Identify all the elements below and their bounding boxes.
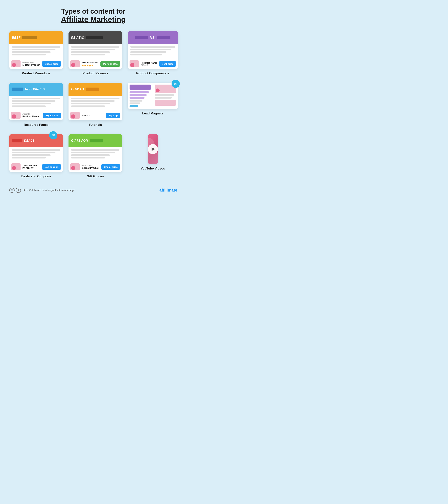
email-bubble-deals: ✉ <box>49 131 57 140</box>
product-row-roundups: (Editor's Pick) 1. Best Product Check pr… <box>9 59 63 69</box>
product-info-deals: 10% OFF THE PRODUCT <box>22 164 40 169</box>
banner-text-tutorials: HOW TO <box>71 88 84 91</box>
card-product-comparisons: VS. Product Name (Winner) Best price <box>128 31 178 69</box>
product-thumb-deals <box>11 163 20 170</box>
card-youtube-videos <box>148 134 158 164</box>
title-line1: Types of content for <box>9 7 177 15</box>
lead-right-line <box>155 97 172 99</box>
card-body-gifts <box>69 147 122 162</box>
content-line <box>71 51 110 53</box>
product-name-roundups: 1. Best Product <box>22 63 40 66</box>
banner-text-roundups: BEST <box>12 36 20 39</box>
card-wrapper-youtube-videos: YouTube Videos <box>128 134 178 178</box>
content-line <box>12 54 46 55</box>
card-label-resources: Resource Pages <box>24 123 48 127</box>
card-wrapper-gift-guides: GIFTS FOR (Editor's Pick) 1. Best Produc… <box>69 134 122 178</box>
card-label-tutorials: Tutorials <box>89 123 102 127</box>
lead-right-thumb2 <box>155 100 176 106</box>
card-resource-pages: RESOURCES (Favorite) Product Name Try fo… <box>9 83 63 120</box>
lead-line <box>129 94 146 96</box>
content-line <box>12 100 55 102</box>
lead-purple-header <box>129 85 151 90</box>
footer-brand: affilimate <box>159 188 177 193</box>
card-tutorials: HOW TO Tool #1 Sign up <box>69 83 122 120</box>
product-name-reviews: Product Name <box>82 61 99 64</box>
content-line <box>12 98 60 99</box>
card-body-roundups <box>9 44 63 59</box>
card-deals-coupons: DEALS 10% OFF THE PRODUCT <box>9 134 63 172</box>
banner-text-deals: DEALS <box>24 139 35 143</box>
content-line <box>12 149 60 151</box>
product-name-deals: 10% OFF THE PRODUCT <box>22 164 40 169</box>
use-coupon-button[interactable]: Use coupon <box>42 164 61 170</box>
content-line <box>12 46 60 48</box>
banner-block-gifts <box>90 139 103 143</box>
product-name-gifts: 1. Best Product <box>82 166 99 169</box>
thumb-circle <box>12 114 16 119</box>
content-line <box>71 100 115 102</box>
card-body-deals <box>9 147 63 162</box>
card-gift-guides: GIFTS FOR (Editor's Pick) 1. Best Produc… <box>69 134 122 172</box>
lead-line <box>129 100 142 102</box>
footer: © ℹ https://affilimate.com/blog/affiliat… <box>9 188 177 193</box>
banner-block-roundups <box>22 36 37 39</box>
thumb-circle <box>71 63 75 67</box>
product-meta-roundups: (Editor's Pick) <box>22 61 40 63</box>
card-body-resources <box>9 96 63 110</box>
lead-right-line <box>155 94 174 96</box>
banner-text-resources: RESOURCES <box>25 88 45 91</box>
product-row-deals: 10% OFF THE PRODUCT Use coupon <box>9 162 63 172</box>
card-label-youtube-videos: YouTube Videos <box>141 167 165 170</box>
card-body-reviews <box>69 44 122 59</box>
content-line <box>130 54 162 55</box>
try-free-button[interactable]: Try for free <box>43 113 61 118</box>
content-line <box>71 46 120 48</box>
stars-reviews: ★★★★★ <box>82 64 99 67</box>
banner-block-reviews <box>86 36 103 39</box>
deals-inner: DEALS 10% OFF THE PRODUCT <box>9 134 63 172</box>
card-body-tutorials <box>69 96 122 110</box>
sign-up-button[interactable]: Sign up <box>106 113 120 118</box>
content-line <box>71 49 115 50</box>
best-price-button[interactable]: Best price <box>159 61 176 67</box>
banner-text-reviews: REVIEW: <box>71 36 84 39</box>
banner-gifts: GIFTS FOR <box>69 134 122 147</box>
product-info-comparisons: Product Name (Winner) <box>141 61 157 66</box>
lead-left-panel <box>128 83 153 109</box>
card-label-gift-guides: Gift Guides <box>87 175 104 178</box>
content-line <box>71 157 105 159</box>
footer-icons: © ℹ <box>9 188 21 193</box>
content-line <box>12 103 51 104</box>
content-line <box>12 152 55 153</box>
banner-block-tutorials <box>86 88 99 91</box>
footer-url: https://affilimate.com/blog/affiliate-ma… <box>23 189 74 192</box>
product-info-tutorials: Tool #1 <box>82 114 104 117</box>
content-line <box>12 51 51 53</box>
card-product-reviews: REVIEW: Product Name ★★★★★ More photos <box>69 31 122 69</box>
check-price-button-gifts[interactable]: Check price <box>101 164 120 170</box>
info-icon: ℹ <box>16 188 21 193</box>
content-line <box>71 54 105 55</box>
card-label-reviews: Product Reviews <box>83 72 108 75</box>
content-line <box>71 106 105 107</box>
content-line <box>12 154 51 156</box>
product-row-comparisons: Product Name (Winner) Best price <box>128 59 178 69</box>
more-photos-button[interactable]: More photos <box>100 61 120 67</box>
banner-block-resources <box>12 88 23 91</box>
card-body-comparisons <box>128 44 178 59</box>
play-button[interactable] <box>148 144 158 154</box>
banner-block-deals <box>12 139 22 143</box>
card-lead-magnets <box>128 83 178 109</box>
card-wrapper-product-comparisons: VS. Product Name (Winner) Best price <box>128 31 178 75</box>
content-line <box>71 149 120 151</box>
product-thumb-reviews <box>70 60 80 67</box>
content-line <box>130 49 171 50</box>
banner-tutorials: HOW TO <box>69 83 122 96</box>
content-line <box>12 157 46 159</box>
content-line <box>71 98 120 99</box>
product-thumb-gifts <box>70 163 80 170</box>
content-grid: BEST (Editor's Pick) 1. Best Product Che… <box>9 31 177 178</box>
product-name-comparisons: Product Name <box>141 61 157 64</box>
check-price-button-roundups[interactable]: Check price <box>42 61 61 67</box>
card-label-lead-magnets: Lead Magnets <box>142 112 163 115</box>
